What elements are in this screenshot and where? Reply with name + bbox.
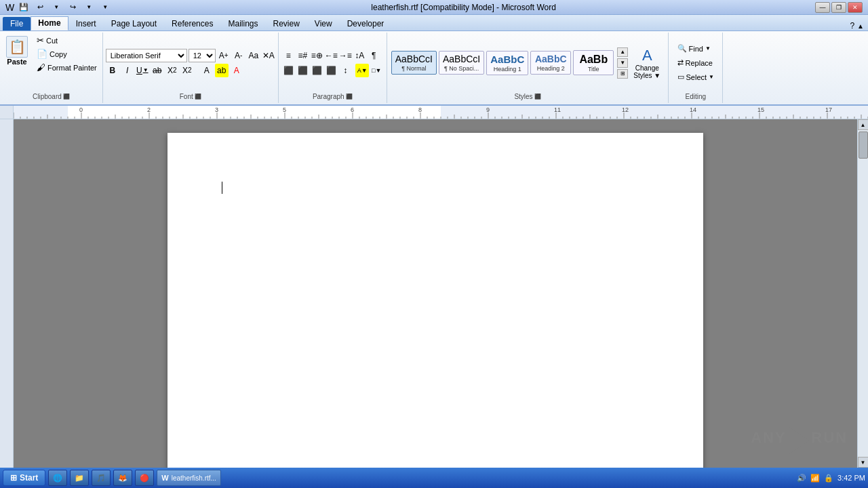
taskbar-ie[interactable]: 🌐 <box>48 470 67 486</box>
styles-down-arrow[interactable]: ▼ <box>617 58 628 68</box>
ribbon-help[interactable]: ? <box>850 21 854 30</box>
multilevel-btn[interactable]: ≡⊕ <box>310 49 323 62</box>
highlight-btn[interactable]: ab <box>215 64 229 77</box>
tab-file[interactable]: File <box>3 17 31 30</box>
shading-btn[interactable]: A▼ <box>355 64 369 77</box>
font-size-select[interactable]: 12 <box>189 49 216 62</box>
taskbar-antivirus[interactable]: 🔴 <box>135 470 154 486</box>
align-right-btn[interactable]: ⬛ <box>310 64 323 77</box>
text-effect-btn[interactable]: A <box>200 64 214 77</box>
strikethrough-btn[interactable]: ab <box>151 64 164 77</box>
tab-developer[interactable]: Developer <box>340 17 392 30</box>
increase-indent-btn[interactable]: →≡ <box>338 49 352 62</box>
borders-btn[interactable]: □▼ <box>370 64 383 77</box>
document-page[interactable] <box>167 133 703 468</box>
tab-insert[interactable]: Insert <box>68 17 104 30</box>
taskbar-firefox[interactable]: 🦊 <box>113 470 132 486</box>
italic-btn[interactable]: I <box>121 64 134 77</box>
restore-btn[interactable]: ❐ <box>831 2 846 13</box>
font-shrink-btn[interactable]: A- <box>232 49 245 62</box>
paste-button[interactable]: 📋 Paste <box>3 34 31 92</box>
styles-label: Styles ⬛ <box>390 92 666 102</box>
right-scrollbar[interactable]: ▲ ▼ <box>857 119 868 468</box>
scroll-up-btn[interactable]: ▲ <box>858 119 869 130</box>
qa-redo[interactable]: ↪ <box>66 1 79 14</box>
tab-mailings[interactable]: Mailings <box>220 17 265 30</box>
underline-btn[interactable]: U▼ <box>136 64 149 77</box>
ruler-container <box>0 106 868 119</box>
tab-references[interactable]: References <box>164 17 220 30</box>
word-taskbar-label: leatherfish.rtf... <box>172 474 216 482</box>
qa-undo-dropdown[interactable]: ▼ <box>50 1 63 14</box>
copy-button[interactable]: 📄 Copy <box>34 47 100 60</box>
style-heading2[interactable]: AaBbC Heading 2 <box>530 51 571 75</box>
format-painter-icon: 🖌 <box>37 62 45 73</box>
qa-save[interactable]: 💾 <box>17 1 31 14</box>
qa-undo[interactable]: ↩ <box>33 1 47 14</box>
minimize-btn[interactable]: — <box>815 2 830 13</box>
change-case-btn[interactable]: Aa <box>247 49 260 62</box>
paragraph-expand[interactable]: ⬛ <box>346 94 353 100</box>
security-icon[interactable]: 🔒 <box>824 474 833 483</box>
start-button[interactable]: ⊞ Start <box>3 470 45 486</box>
font-grow-btn[interactable]: A+ <box>217 49 231 62</box>
style-no-spacing[interactable]: AaBbCcI ¶ No Spaci... <box>439 51 484 75</box>
qa-more[interactable]: ▼ <box>98 1 112 14</box>
align-center-btn[interactable]: ⬛ <box>296 64 309 77</box>
word-taskbar-icon: W <box>161 474 168 482</box>
style-heading1[interactable]: AaBbC Heading 1 <box>486 51 528 75</box>
title-bar: W 💾 ↩ ▼ ↪ ▼ ▼ leatherfish.rtf [Compatibi… <box>0 0 868 15</box>
tab-review[interactable]: Review <box>265 17 307 30</box>
taskbar-word[interactable]: W leatherfish.rtf... <box>157 470 221 486</box>
show-hide-btn[interactable]: ¶ <box>367 49 380 62</box>
justify-btn[interactable]: ⬛ <box>324 64 338 77</box>
style-title[interactable]: AaBb Title <box>573 50 614 75</box>
sort-btn[interactable]: ↕A <box>353 49 366 62</box>
font-expand[interactable]: ⬛ <box>195 94 201 100</box>
system-tray: 🔊 📶 🔒 3:42 PM <box>797 474 865 483</box>
superscript-btn[interactable]: X2 <box>180 64 194 77</box>
document-scroll[interactable]: ANY RUN <box>14 119 857 468</box>
qa-dropdown[interactable]: ▼ <box>82 1 96 14</box>
styles-more-arrow[interactable]: ⊞ <box>617 69 628 79</box>
close-btn[interactable]: ✕ <box>848 2 863 13</box>
network-icon[interactable]: 📶 <box>810 474 820 483</box>
copy-label: Copy <box>50 50 67 58</box>
firefox-icon: 🦊 <box>118 474 127 483</box>
copy-icon: 📄 <box>37 49 47 59</box>
replace-btn[interactable]: ⇄ Replace <box>674 56 718 69</box>
styles-expand[interactable]: ⬛ <box>534 94 541 100</box>
watermark-arrow <box>789 427 809 454</box>
tab-page-layout[interactable]: Page Layout <box>104 17 164 30</box>
decrease-indent-btn[interactable]: ←≡ <box>324 49 338 62</box>
font-name-select[interactable]: Liberation Serif <box>106 49 187 62</box>
tab-home[interactable]: Home <box>31 16 68 30</box>
bold-btn[interactable]: B <box>106 64 119 77</box>
bullets-btn[interactable]: ≡ <box>281 49 295 62</box>
select-icon: ▭ <box>677 73 684 81</box>
line-spacing-btn[interactable]: ↕ <box>338 64 352 77</box>
numbering-btn[interactable]: ≡# <box>296 49 309 62</box>
styles-up-arrow[interactable]: ▲ <box>617 47 628 57</box>
taskbar-folder[interactable]: 📁 <box>70 470 89 486</box>
scroll-thumb[interactable] <box>859 131 868 159</box>
change-styles-btn[interactable]: A ChangeStyles ▼ <box>630 44 664 82</box>
start-icon: ⊞ <box>10 473 17 483</box>
align-left-btn[interactable]: ⬛ <box>281 64 295 77</box>
volume-icon[interactable]: 🔊 <box>797 474 806 483</box>
style-normal[interactable]: AaBbCcI ¶ Normal <box>391 51 437 75</box>
format-painter-button[interactable]: 🖌 Format Painter <box>34 61 100 74</box>
scroll-down-btn[interactable]: ▼ <box>858 457 869 468</box>
tab-view[interactable]: View <box>307 17 340 30</box>
ribbon-minimize[interactable]: ▲ <box>857 22 864 30</box>
taskbar-media[interactable]: 🎵 <box>92 470 111 486</box>
clipboard-expand[interactable]: ⬛ <box>63 94 70 100</box>
cut-button[interactable]: ✂ Cut <box>34 34 100 47</box>
select-btn[interactable]: ▭ Select ▼ <box>674 70 718 83</box>
font-color-btn[interactable]: A <box>230 64 243 77</box>
paragraph-label: Paragraph ⬛ <box>281 92 384 102</box>
find-btn[interactable]: 🔍 Find ▼ <box>674 42 718 55</box>
clear-format-btn[interactable]: ✕A <box>262 49 275 62</box>
editing-group: 🔍 Find ▼ ⇄ Replace ▭ Select ▼ Editing <box>669 33 723 103</box>
subscript-btn[interactable]: X2 <box>165 64 179 77</box>
